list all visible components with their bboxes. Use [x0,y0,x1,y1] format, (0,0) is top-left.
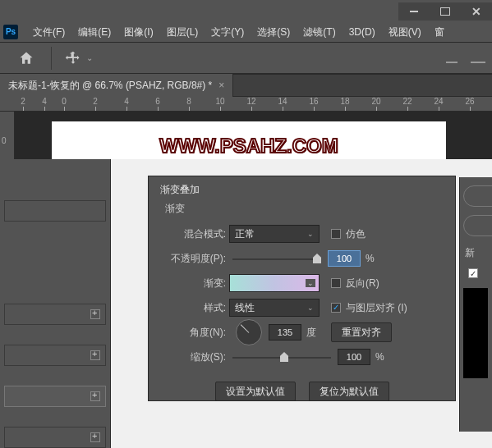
toolbar-option-2[interactable] [471,62,485,63]
plus-icon[interactable] [90,350,100,360]
chevron-down-icon: ⌄ [307,230,314,238]
angle-label: 角度(N): [157,326,229,340]
menu-filter[interactable]: 滤镜(T) [297,21,342,43]
options-bar: ⌄ [0,43,492,74]
style-item[interactable] [4,427,106,448]
plus-icon[interactable] [90,432,100,442]
plus-icon[interactable] [90,391,100,401]
window-close-button[interactable]: ✕ [461,2,492,21]
canvas-text-layer: WWW.PSAHZ.COM [159,135,338,158]
close-icon[interactable]: × [218,80,224,91]
reset-default-button[interactable]: 复位为默认值 [309,382,389,401]
angle-dial[interactable] [236,319,262,345]
scale-input[interactable]: 100 [338,349,370,365]
window-maximize-button[interactable] [430,2,461,21]
degree-label: 度 [306,326,316,340]
blend-mode-label: 混合模式: [157,227,229,241]
panel-title: 渐变叠加 [160,183,447,197]
menu-edit[interactable]: 编辑(E) [71,21,117,43]
menu-select[interactable]: 选择(S) [251,21,297,43]
angle-input[interactable]: 135 [269,324,301,341]
style-item[interactable] [4,200,106,222]
reset-alignment-button[interactable]: 重置对齐 [331,322,392,342]
ok-button[interactable] [463,185,492,207]
menu-view[interactable]: 视图(V) [382,21,428,43]
chevron-down-icon[interactable]: ⌄ [306,279,315,287]
menu-3d[interactable]: 3D(D) [343,21,382,43]
cancel-button[interactable] [463,215,492,236]
menu-window[interactable]: 窗 [428,21,451,43]
document-tab-title: 未标题-1-恢复的 @ 66.7% (PSAHZ, RGB/8#) * [8,79,212,93]
dither-label: 仿色 [346,227,366,241]
new-style-button[interactable]: 新 [465,246,492,260]
menu-bar: Ps 文件(F) 编辑(E) 图像(I) 图层(L) 文字(Y) 选择(S) 滤… [0,21,492,43]
layer-style-list [0,159,111,448]
plus-icon[interactable] [90,309,100,319]
document-tab[interactable]: 未标题-1-恢复的 @ 66.7% (PSAHZ, RGB/8#) * × [0,74,233,97]
style-select[interactable]: 线性⌄ [229,299,320,317]
opacity-input[interactable]: 100 [328,250,361,267]
dialog-side-panel: 新 [459,177,492,432]
document-tab-bar: 未标题-1-恢复的 @ 66.7% (PSAHZ, RGB/8#) * × [0,74,492,97]
home-icon[interactable] [18,50,34,66]
gradient-label: 渐变: [157,277,229,290]
blend-mode-select[interactable]: 正常⌄ [229,225,320,243]
set-default-button[interactable]: 设置为默认值 [215,382,296,401]
menu-layer[interactable]: 图层(L) [160,21,205,43]
reverse-checkbox[interactable] [331,278,341,288]
tool-preset-dropdown-icon[interactable]: ⌄ [86,53,93,62]
preview-swatch [463,288,488,378]
panel-section-label: 渐变 [165,202,447,216]
opacity-label: 不透明度(P): [157,252,229,266]
align-layer-label: 与图层对齐 (I) [346,301,407,315]
menu-file[interactable]: 文件(F) [26,21,71,43]
align-layer-checkbox[interactable] [331,303,341,313]
horizontal-ruler: 2 4 0 2 4 6 8 10 12 14 16 18 20 22 24 26 [0,97,492,112]
gradient-overlay-panel: 渐变叠加 渐变 混合模式: 正常⌄ 仿色 不透明度(P): 100 % 渐变: … [148,176,456,401]
style-item-selected[interactable] [4,386,106,407]
menu-type[interactable]: 文字(Y) [205,21,251,43]
window-minimize-button[interactable] [398,2,430,21]
menu-image[interactable]: 图像(I) [117,21,159,43]
app-logo-icon: Ps [3,25,18,39]
style-item[interactable] [4,345,106,366]
move-tool-icon[interactable] [65,50,81,66]
percent-label: % [366,253,375,264]
scale-slider[interactable] [232,349,331,365]
style-label: 样式: [157,301,229,315]
toolbar-option-1[interactable] [446,62,458,63]
preview-checkbox[interactable] [468,268,478,278]
dither-checkbox[interactable] [331,229,341,239]
reverse-label: 反向(R) [346,277,379,290]
gradient-swatch[interactable]: ⌄ [229,274,320,292]
scale-label: 缩放(S): [157,350,229,364]
chevron-down-icon: ⌄ [307,304,314,312]
style-item[interactable] [4,304,106,325]
opacity-slider[interactable] [232,250,321,267]
percent-label: % [375,351,384,363]
